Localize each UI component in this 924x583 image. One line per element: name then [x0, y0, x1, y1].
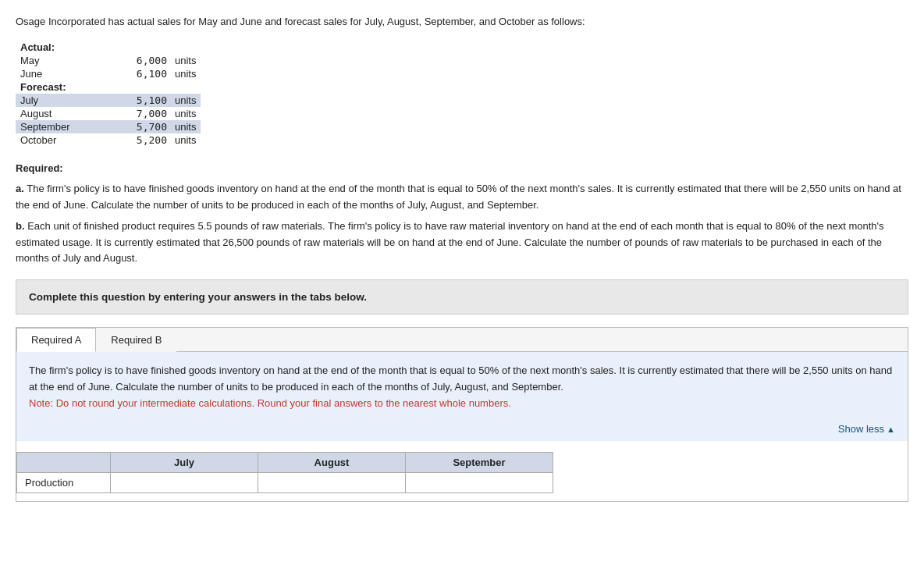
production-august-input[interactable]: [258, 473, 405, 492]
september-label: September: [16, 120, 109, 133]
sales-data-table: Actual: May 6,000 units June 6,100 units…: [16, 41, 201, 147]
july-label: July: [16, 94, 109, 107]
requirement-b: b. Each unit of finished product require…: [16, 219, 908, 267]
october-label: October: [16, 133, 109, 147]
sales-row-october: October 5,200 units: [16, 133, 201, 147]
tab-a-note: Note: Do not round your intermediate cal…: [29, 397, 511, 409]
actual-header-row: Actual:: [16, 41, 201, 54]
may-value: 6,000: [109, 54, 172, 67]
show-less-row: Show less: [16, 420, 908, 441]
answer-table: July August September Production: [16, 452, 553, 493]
production-row: Production: [17, 472, 553, 492]
requirements-section: Required: a. The firm's policy is to hav…: [16, 161, 908, 268]
july-unit: units: [172, 94, 201, 107]
production-september-input[interactable]: [406, 473, 553, 492]
july-value: 5,100: [109, 94, 172, 107]
may-unit: units: [172, 54, 201, 67]
req-b-label: b.: [16, 220, 25, 232]
sales-row-june: June 6,100 units: [16, 67, 201, 80]
october-unit: units: [172, 133, 201, 147]
production-july-input[interactable]: [111, 473, 258, 492]
september-unit: units: [172, 120, 201, 133]
req-a-text: The firm's policy is to have finished go…: [16, 183, 901, 211]
production-august-cell: [258, 472, 406, 492]
complete-box: Complete this question by entering your …: [16, 279, 908, 315]
required-header: Required:: [16, 161, 908, 177]
sales-row-may: May 6,000 units: [16, 54, 201, 67]
answer-table-header-august: August: [258, 452, 406, 472]
august-label: August: [16, 107, 109, 120]
june-label: June: [16, 67, 109, 80]
june-unit: units: [172, 67, 201, 80]
production-july-cell: [111, 472, 258, 492]
req-a-label: a.: [16, 183, 24, 194]
answer-table-header-row: July August September: [17, 452, 553, 472]
tab-a-content: The firm's policy is to have finished go…: [16, 352, 908, 419]
requirement-a: a. The firm's policy is to have finished…: [16, 181, 908, 214]
september-value: 5,700: [109, 120, 172, 133]
august-value: 7,000: [109, 107, 172, 120]
sales-row-august: August 7,000 units: [16, 107, 201, 120]
intro-text: Osage Incorporated has actual sales for …: [16, 14, 908, 30]
production-september-cell: [406, 472, 553, 492]
may-label: May: [16, 54, 109, 67]
req-b-text: Each unit of finished product requires 5…: [16, 220, 884, 265]
answer-table-header-september: September: [406, 452, 553, 472]
sales-row-july: July 5,100 units: [16, 94, 201, 107]
answer-table-header-july: July: [111, 452, 258, 472]
complete-box-text: Complete this question by entering your …: [29, 291, 367, 303]
answer-table-empty-header: [17, 452, 111, 472]
tab-required-a[interactable]: Required A: [16, 328, 96, 352]
show-less-button[interactable]: Show less: [838, 423, 895, 435]
production-row-label: Production: [17, 472, 111, 492]
october-value: 5,200: [109, 133, 172, 147]
tab-required-b[interactable]: Required B: [96, 328, 176, 352]
tab-a-description: The firm's policy is to have finished go…: [29, 364, 892, 393]
answer-table-container: July August September Production: [16, 452, 908, 501]
august-unit: units: [172, 107, 201, 120]
forecast-header-row: Forecast:: [16, 80, 201, 94]
tabs-header: Required A Required B: [16, 328, 908, 352]
tabs-container: Required A Required B The firm's policy …: [16, 327, 908, 501]
actual-label: Actual:: [16, 41, 109, 54]
forecast-label: Forecast:: [16, 80, 109, 94]
june-value: 6,100: [109, 67, 172, 80]
sales-row-september: September 5,700 units: [16, 120, 201, 133]
